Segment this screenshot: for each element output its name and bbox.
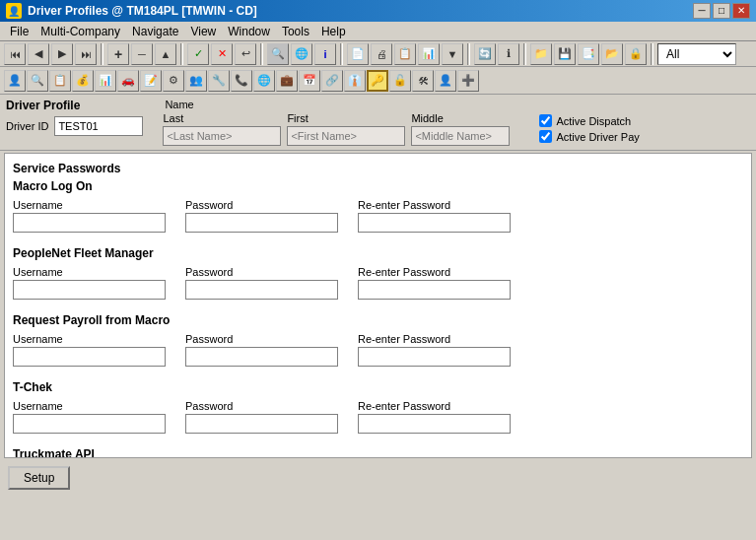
- separator-6: [523, 43, 526, 65]
- payroll-password-field: Password: [185, 333, 338, 367]
- driver-id-label: Driver ID: [6, 120, 48, 132]
- icon-tb-16[interactable]: 👔: [344, 70, 366, 92]
- icon-tb-21[interactable]: ➕: [457, 70, 479, 92]
- menu-tools[interactable]: Tools: [276, 24, 315, 39]
- payroll-title: Request Payroll from Macro: [13, 313, 743, 327]
- add-button[interactable]: +: [107, 43, 129, 65]
- icon-tb-9[interactable]: 👥: [185, 70, 207, 92]
- icon-tb-17[interactable]: 🔑: [367, 70, 388, 92]
- icon-tb-1[interactable]: 👤: [4, 70, 26, 92]
- tchek-username-label: Username: [13, 400, 166, 412]
- payroll-username-input[interactable]: [13, 347, 166, 367]
- nav-toolbar: ⏮ ◀ ▶ ⏭ + ─ ▲ ✓ ✕ ↩ 🔍 🌐 i 📄 🖨 📋 📊 ▼ 🔄 ℹ …: [0, 41, 756, 67]
- macro-username-input[interactable]: [13, 213, 166, 233]
- undo-button[interactable]: ↩: [235, 43, 256, 65]
- toolbar-btn-l[interactable]: 🔒: [625, 43, 647, 65]
- icon-tb-12[interactable]: 🌐: [253, 70, 275, 92]
- peoplenet-title: PeopleNet Fleet Manager: [13, 246, 743, 260]
- nav-first-button[interactable]: ⏮: [4, 43, 26, 65]
- active-driver-pay-checkbox[interactable]: [539, 130, 552, 143]
- setup-button[interactable]: Setup: [8, 466, 70, 490]
- toolbar-btn-c[interactable]: 📋: [394, 43, 416, 65]
- icon-tb-5[interactable]: 📊: [95, 70, 116, 92]
- payroll-reenter-label: Re-enter Password: [358, 333, 511, 345]
- icon-tb-6[interactable]: 🚗: [117, 70, 139, 92]
- peoplenet-password-input[interactable]: [185, 280, 338, 300]
- payroll-reenter-input[interactable]: [358, 347, 511, 367]
- driver-id-input[interactable]: [54, 116, 143, 136]
- separator-3: [260, 43, 263, 65]
- toolbar-btn-k[interactable]: 📂: [601, 43, 623, 65]
- delete-button[interactable]: ─: [131, 43, 153, 65]
- macro-logon-title: Macro Log On: [13, 179, 743, 193]
- find-button[interactable]: 🔍: [267, 43, 289, 65]
- icon-tb-15[interactable]: 🔗: [321, 70, 343, 92]
- active-dispatch-label: Active Dispatch: [556, 115, 631, 127]
- icon-tb-10[interactable]: 🔧: [208, 70, 230, 92]
- toolbar-btn-a[interactable]: 📄: [347, 43, 369, 65]
- menu-help[interactable]: Help: [315, 24, 352, 39]
- icon-tb-19[interactable]: 🛠: [412, 70, 434, 92]
- macro-reenter-input[interactable]: [358, 213, 511, 233]
- active-driver-pay-item: Active Driver Pay: [539, 130, 639, 143]
- minimize-button[interactable]: ─: [693, 3, 711, 19]
- first-label: First: [287, 112, 405, 124]
- globe-button[interactable]: 🌐: [291, 43, 312, 65]
- icon-tb-14[interactable]: 📅: [299, 70, 320, 92]
- name-label: Name: [165, 99, 510, 110]
- active-dispatch-checkbox[interactable]: [539, 114, 552, 127]
- icon-tb-8[interactable]: ⚙: [163, 70, 184, 92]
- separator-5: [467, 43, 470, 65]
- payroll-password-input[interactable]: [185, 347, 338, 367]
- icon-tb-13[interactable]: 💼: [276, 70, 298, 92]
- menu-view[interactable]: View: [184, 24, 222, 39]
- toolbar-btn-h[interactable]: 📁: [530, 43, 552, 65]
- separator-7: [651, 43, 653, 65]
- peoplenet-username-input[interactable]: [13, 280, 166, 300]
- up-button[interactable]: ▲: [155, 43, 176, 65]
- menu-navigate[interactable]: Navigate: [126, 24, 184, 39]
- last-label: Last: [163, 112, 281, 124]
- toolbar-btn-d[interactable]: 📊: [418, 43, 440, 65]
- peoplenet-reenter-input[interactable]: [358, 280, 511, 300]
- icon-tb-4[interactable]: 💰: [72, 70, 94, 92]
- cross-button[interactable]: ✕: [211, 43, 233, 65]
- menu-file[interactable]: File: [4, 24, 34, 39]
- macro-logon-row: Username Password Re-enter Password: [13, 199, 743, 233]
- toolbar-btn-b[interactable]: 🖨: [371, 43, 392, 65]
- nav-next-button[interactable]: ▶: [51, 43, 73, 65]
- menu-multicompany[interactable]: Multi-Company: [34, 24, 126, 39]
- tchek-username-input[interactable]: [13, 414, 166, 434]
- payroll-username-field: Username: [13, 333, 166, 367]
- toolbar-btn-g[interactable]: ℹ: [498, 43, 519, 65]
- icon-tb-11[interactable]: 📞: [231, 70, 252, 92]
- toolbar-btn-j[interactable]: 📑: [578, 43, 599, 65]
- separator-2: [180, 43, 183, 65]
- toolbar-btn-f[interactable]: 🔄: [474, 43, 496, 65]
- tchek-reenter-input[interactable]: [358, 414, 511, 434]
- toolbar-btn-i[interactable]: 💾: [554, 43, 576, 65]
- middle-name-group: Middle: [411, 112, 510, 146]
- nav-prev-button[interactable]: ◀: [28, 43, 49, 65]
- tchek-password-input[interactable]: [185, 414, 338, 434]
- close-button[interactable]: ✕: [732, 3, 750, 19]
- menu-window[interactable]: Window: [222, 24, 276, 39]
- filter-dropdown[interactable]: All: [657, 43, 736, 65]
- icon-tb-20[interactable]: 👤: [435, 70, 456, 92]
- toolbar-btn-e[interactable]: ▼: [442, 43, 463, 65]
- info-button[interactable]: i: [314, 43, 336, 65]
- icon-tb-3[interactable]: 📋: [49, 70, 71, 92]
- nav-last-button[interactable]: ⏭: [75, 43, 97, 65]
- last-name-input[interactable]: [163, 126, 281, 146]
- window-title: Driver Profiles @ TM184PL [TMWIN - CD]: [28, 4, 257, 18]
- tchek-section: T-Chek Username Password Re-enter Passwo…: [13, 380, 743, 434]
- active-driver-pay-label: Active Driver Pay: [556, 131, 639, 143]
- check-button[interactable]: ✓: [187, 43, 209, 65]
- icon-tb-18[interactable]: 🔓: [389, 70, 411, 92]
- icon-tb-2[interactable]: 🔍: [27, 70, 48, 92]
- middle-name-input[interactable]: [411, 126, 510, 146]
- first-name-input[interactable]: [287, 126, 405, 146]
- icon-tb-7[interactable]: 📝: [140, 70, 162, 92]
- maximize-button[interactable]: □: [713, 3, 730, 19]
- macro-password-input[interactable]: [185, 213, 338, 233]
